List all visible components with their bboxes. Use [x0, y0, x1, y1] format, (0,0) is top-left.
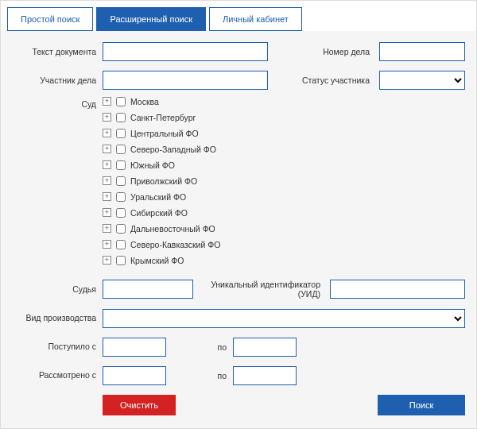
court-tree-item: +Центральный ФО [103, 129, 465, 138]
expand-icon[interactable]: + [103, 256, 111, 265]
court-tree-item: +Приволжский ФО [103, 176, 465, 186]
court-checkbox[interactable] [116, 97, 126, 106]
court-checkbox[interactable] [116, 129, 126, 138]
uid-input[interactable] [330, 280, 465, 299]
expand-icon[interactable]: + [103, 176, 111, 185]
court-name: Северо-Кавказский ФО [130, 240, 220, 249]
expand-icon[interactable]: + [103, 192, 111, 201]
court-tree: +Москва+Санкт-Петербург+Центральный ФО+С… [103, 97, 465, 265]
reviewed-to-input[interactable] [233, 366, 297, 385]
court-tree-item: +Южный ФО [103, 160, 465, 170]
expand-icon[interactable]: + [103, 145, 111, 153]
tab-personal-cabinet[interactable]: Личный кабинет [209, 7, 302, 31]
participant-label: Участник дела [12, 75, 96, 86]
tab-simple-search[interactable]: Простой поиск [7, 7, 93, 31]
court-tree-item: +Уральский ФО [103, 192, 465, 202]
expand-icon[interactable]: + [103, 240, 111, 249]
court-checkbox[interactable] [116, 160, 126, 170]
case-number-input[interactable] [379, 42, 465, 61]
court-tree-item: +Сибирский ФО [103, 208, 465, 218]
uid-label: Уникальный идентификатор (УИД) [200, 280, 324, 299]
participant-input[interactable] [103, 71, 268, 90]
court-name: Северо-Западный ФО [130, 145, 216, 154]
court-checkbox[interactable] [116, 224, 126, 234]
received-to-label: по [203, 342, 227, 352]
court-tree-item: +Москва [103, 97, 465, 106]
court-name: Крымский ФО [130, 256, 184, 265]
court-checkbox[interactable] [116, 145, 126, 154]
court-checkbox[interactable] [116, 176, 126, 186]
expand-icon[interactable]: + [103, 129, 111, 137]
case-number-label: Номер дела [274, 47, 373, 57]
court-tree-item: +Санкт-Петербург [103, 113, 465, 122]
production-type-label: Вид производства [12, 313, 96, 323]
expand-icon[interactable]: + [103, 160, 111, 169]
court-tree-item: +Крымский ФО [103, 256, 465, 265]
tabs: Простой поиск Расширенный поиск Личный к… [1, 1, 476, 31]
court-tree-item: +Дальневосточный ФО [103, 224, 465, 234]
court-checkbox[interactable] [116, 256, 126, 265]
received-from-input[interactable] [103, 338, 166, 357]
expand-icon[interactable]: + [103, 97, 111, 106]
court-name: Приволжский ФО [130, 176, 197, 186]
search-form: Текст документа Номер дела Участник дела… [1, 31, 476, 428]
search-button[interactable]: Поиск [378, 395, 465, 415]
court-tree-item: +Северо-Западный ФО [103, 145, 465, 154]
court-name: Сибирский ФО [130, 208, 188, 218]
court-name: Дальневосточный ФО [130, 224, 215, 234]
reviewed-from-input[interactable] [103, 366, 166, 385]
court-name: Центральный ФО [130, 129, 199, 138]
court-name: Москва [130, 97, 159, 106]
received-to-input[interactable] [233, 338, 297, 357]
production-type-select[interactable] [103, 309, 465, 328]
expand-icon[interactable]: + [103, 208, 111, 217]
court-tree-item: +Северо-Кавказский ФО [103, 240, 465, 249]
expand-icon[interactable]: + [103, 224, 111, 233]
reviewed-from-label: Рассмотрено с [12, 370, 96, 380]
received-from-label: Поступило с [12, 342, 96, 352]
court-name: Санкт-Петербург [130, 113, 196, 122]
reviewed-to-label: по [203, 371, 227, 380]
clear-button[interactable]: Очистить [103, 395, 176, 415]
judge-label: Судья [12, 284, 96, 295]
participant-status-select[interactable] [379, 71, 465, 90]
court-checkbox[interactable] [116, 113, 126, 122]
participant-status-label: Статус участника [274, 75, 373, 86]
court-checkbox[interactable] [116, 192, 126, 202]
court-checkbox[interactable] [116, 208, 126, 218]
tab-advanced-search[interactable]: Расширенный поиск [96, 7, 206, 31]
court-name: Южный ФО [130, 160, 175, 170]
judge-input[interactable] [103, 280, 193, 299]
search-page: Простой поиск Расширенный поиск Личный к… [0, 0, 477, 429]
court-checkbox[interactable] [116, 240, 126, 249]
court-label: Суд [12, 99, 96, 110]
doc-text-label: Текст документа [12, 47, 96, 57]
court-name: Уральский ФО [130, 192, 186, 202]
button-row: Очистить Поиск [12, 395, 465, 420]
doc-text-input[interactable] [103, 42, 268, 61]
expand-icon[interactable]: + [103, 113, 111, 122]
